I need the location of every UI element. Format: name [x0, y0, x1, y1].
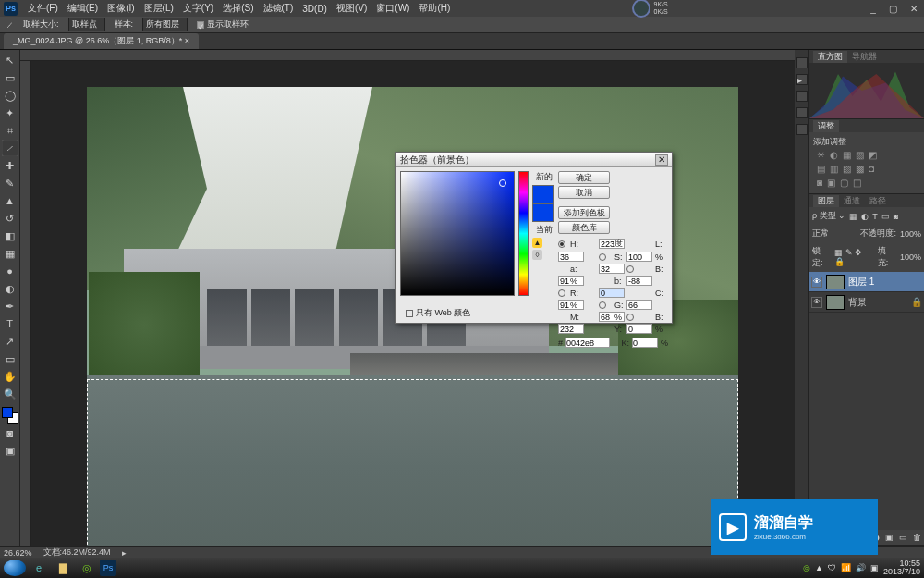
adjust-row-2[interactable]: ▤▥▨▩◘	[813, 162, 920, 176]
heal-tool[interactable]: ✚	[2, 157, 18, 174]
tab-histogram[interactable]: 直方图	[813, 51, 847, 63]
g-input[interactable]	[626, 300, 652, 310]
opacity-value[interactable]: 100%	[900, 229, 921, 239]
layer-row-bg[interactable]: 👁 背景 🔒	[809, 292, 924, 313]
panel-icon-1[interactable]	[796, 57, 808, 68]
taskbar-ps[interactable]: Ps	[100, 560, 116, 576]
dialog-titlebar[interactable]: 拾色器（前景色） ✕	[396, 153, 672, 167]
fg-color[interactable]	[2, 407, 13, 418]
type-tool[interactable]: T	[2, 315, 18, 332]
maximize-button[interactable]: ▢	[883, 4, 904, 14]
menu-edit[interactable]: 编辑(E)	[63, 2, 103, 15]
gradient-tool[interactable]: ▦	[2, 245, 18, 262]
dodge-tool[interactable]: ◐	[2, 280, 18, 297]
cancel-button[interactable]: 取消	[558, 186, 610, 199]
zoom-tool[interactable]: 🔍	[2, 386, 18, 402]
menu-text[interactable]: 文字(Y)	[178, 2, 218, 15]
panel-icon-5[interactable]	[796, 124, 808, 135]
shape-tool[interactable]: ▭	[2, 350, 18, 367]
web-only-checkbox[interactable]: 只有 Web 颜色	[400, 307, 470, 319]
panel-icon-2[interactable]: ▸	[796, 74, 808, 85]
adjust-row-1[interactable]: ☀◐▦▧◩	[813, 148, 920, 162]
l-input[interactable]	[558, 252, 584, 262]
close-button[interactable]: ✕	[904, 4, 924, 14]
clock[interactable]: 10:552013/7/10	[883, 560, 920, 576]
sample-size-select[interactable]: 取样点	[68, 18, 105, 31]
visibility-icon[interactable]: 👁	[811, 277, 822, 288]
hand-tool[interactable]: ✋	[2, 368, 18, 385]
move-tool[interactable]: ↖	[2, 52, 18, 68]
blue-input[interactable]	[558, 324, 584, 334]
sample-select[interactable]: 所有图层	[142, 18, 188, 31]
b-radio[interactable]	[626, 265, 634, 273]
tray-icon[interactable]: 📶	[841, 563, 851, 572]
history-brush-tool[interactable]: ↺	[2, 210, 18, 227]
quickmask-tool[interactable]: ◙	[2, 424, 18, 441]
quick-select-tool[interactable]: ✦	[2, 105, 18, 121]
r-radio[interactable]	[558, 289, 565, 297]
marquee-tool[interactable]: ▭	[2, 69, 18, 86]
taskbar-ie[interactable]: e	[28, 560, 50, 576]
k-input[interactable]	[632, 338, 658, 348]
websafe-warning-icon[interactable]: ◊	[532, 250, 542, 260]
menu-image[interactable]: 图像(I)	[103, 2, 139, 15]
taskbar-360[interactable]: ◎	[76, 560, 98, 576]
lasso-tool[interactable]: ◯	[2, 87, 18, 104]
taskbar-explorer[interactable]: ▇	[52, 560, 74, 576]
h-radio[interactable]	[558, 240, 565, 248]
a-input[interactable]	[599, 264, 625, 274]
y-input[interactable]	[626, 324, 652, 334]
crop-tool[interactable]: ⌗	[2, 122, 18, 139]
color-lib-button[interactable]: 颜色库	[558, 221, 610, 234]
dialog-close-button[interactable]: ✕	[655, 154, 668, 166]
visibility-icon[interactable]: 👁	[811, 297, 822, 308]
tab-layers[interactable]: 图层	[813, 195, 839, 207]
menu-select[interactable]: 选择(S)	[218, 2, 258, 15]
lock-icons[interactable]: ▦ ✎ ✥ 🔒	[834, 248, 874, 266]
panel-icon-3[interactable]	[796, 91, 808, 102]
start-button[interactable]	[4, 560, 26, 576]
tab-channels[interactable]: 通道	[839, 195, 865, 207]
document-tab[interactable]: _MG_0024.JPG @ 26.6%（图层 1, RGB/8）* ×	[4, 33, 199, 49]
tray-icon[interactable]: 🔊	[856, 563, 866, 572]
menu-help[interactable]: 帮助(H)	[414, 2, 455, 15]
minimize-button[interactable]: _	[863, 4, 883, 14]
menu-layer[interactable]: 图层(L)	[140, 2, 178, 15]
tab-navigator[interactable]: 导航器	[847, 51, 881, 63]
color-field[interactable]	[400, 171, 515, 296]
path-tool[interactable]: ↗	[2, 333, 18, 350]
lab-b-input[interactable]	[626, 276, 652, 286]
eyedropper-tool[interactable]: ⟋	[2, 140, 18, 156]
g-radio[interactable]	[599, 301, 606, 309]
add-swatch-button[interactable]: 添加到色板	[558, 206, 610, 219]
gamut-warning-icon[interactable]: ▲	[532, 238, 542, 248]
brush-tool[interactable]: ✎	[2, 175, 18, 191]
stamp-tool[interactable]: ▲	[2, 192, 18, 209]
r-input[interactable]	[599, 288, 625, 298]
layer-row-1[interactable]: 👁 图层 1	[809, 272, 924, 292]
menu-3d[interactable]: 3D(D)	[298, 4, 332, 14]
menu-view[interactable]: 视图(V)	[332, 2, 371, 15]
system-tray[interactable]: ◎ ▲ 🛡 📶 🔊 ▣ 10:552013/7/10	[803, 560, 920, 576]
show-ring-checkbox[interactable]: ✓显示取样环	[197, 18, 249, 31]
zoom-level[interactable]: 26.62%	[4, 548, 32, 558]
eraser-tool[interactable]: ◧	[2, 228, 18, 244]
ok-button[interactable]: 确定	[558, 171, 610, 184]
panel-icon-4[interactable]	[796, 107, 808, 118]
blur-tool[interactable]: ●	[2, 263, 18, 279]
menu-window[interactable]: 窗口(W)	[371, 2, 414, 15]
tray-icon[interactable]: ◎	[803, 563, 810, 572]
screenmode-tool[interactable]: ▣	[2, 442, 18, 459]
tab-paths[interactable]: 路径	[865, 195, 891, 207]
tray-icon[interactable]: ▣	[870, 563, 879, 572]
hex-input[interactable]	[565, 338, 610, 348]
tab-close-icon[interactable]: ×	[185, 36, 189, 45]
fill-value[interactable]: 100%	[900, 252, 921, 262]
tab-adjustments[interactable]: 调整	[813, 120, 839, 132]
pen-tool[interactable]: ✒	[2, 298, 18, 314]
blue-radio[interactable]	[626, 314, 634, 321]
tray-icon[interactable]: 🛡	[828, 563, 836, 572]
menu-filter[interactable]: 滤镜(T)	[259, 2, 298, 15]
color-swatches[interactable]	[2, 407, 18, 424]
s-radio[interactable]	[599, 253, 606, 261]
